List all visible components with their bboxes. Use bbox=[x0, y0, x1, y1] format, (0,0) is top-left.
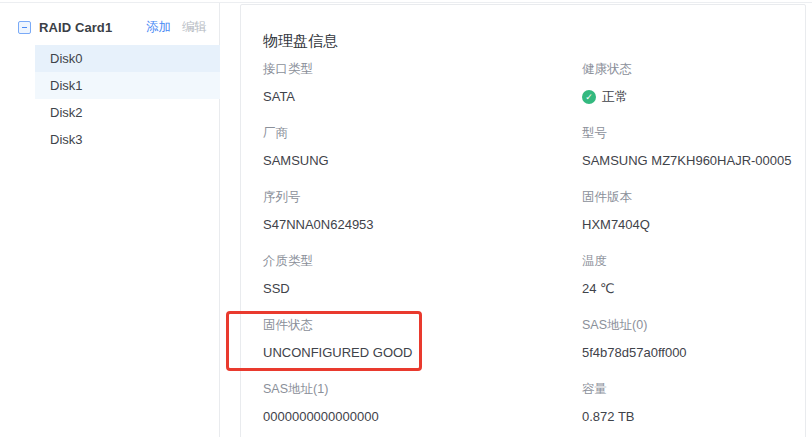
field-sas-address-0: SAS地址(0) 5f4b78d57a0ff000 bbox=[582, 318, 805, 360]
field-label: 接口类型 bbox=[263, 62, 582, 77]
field-value: SSD bbox=[263, 281, 582, 296]
field-value: UNCONFIGURED GOOD bbox=[263, 345, 582, 360]
field-value: S47NNA0N624953 bbox=[263, 217, 582, 232]
field-label: 介质类型 bbox=[263, 254, 582, 269]
field-value: HXM7404Q bbox=[582, 217, 805, 232]
check-circle-icon: ✓ bbox=[582, 90, 596, 104]
field-value: 24 ℃ bbox=[582, 281, 805, 296]
add-link[interactable]: 添加 bbox=[146, 19, 171, 36]
field-label: 固件状态 bbox=[263, 318, 582, 333]
sidebar-item-disk1[interactable]: Disk1 bbox=[35, 72, 220, 99]
field-value: 0000000000000000 bbox=[263, 409, 582, 424]
field-capacity: 容量 0.872 TB bbox=[582, 382, 805, 424]
field-interface-type: 接口类型 SATA bbox=[263, 62, 582, 104]
field-value: SAMSUNG MZ7KH960HAJR-00005 bbox=[582, 153, 805, 168]
tree-actions: 添加 编辑 bbox=[146, 19, 207, 36]
field-label: 容量 bbox=[582, 382, 805, 397]
field-label: 型号 bbox=[582, 126, 805, 141]
raid-card-label[interactable]: RAID Card1 bbox=[39, 20, 112, 35]
edit-link[interactable]: 编辑 bbox=[182, 19, 207, 36]
field-label: SAS地址(0) bbox=[582, 318, 805, 333]
field-sas-address-1: SAS地址(1) 0000000000000000 bbox=[263, 382, 582, 424]
field-label: SAS地址(1) bbox=[263, 382, 582, 397]
page-title: 物理盘信息 bbox=[263, 31, 805, 51]
raid-tree-sidebar: RAID Card1 添加 编辑 Disk0 Disk1 Disk2 Disk3 bbox=[0, 3, 220, 437]
field-label: 厂商 bbox=[263, 126, 582, 141]
field-label: 温度 bbox=[582, 254, 805, 269]
field-temperature: 温度 24 ℃ bbox=[582, 254, 805, 296]
physical-disk-info-card: 物理盘信息 接口类型 SATA 健康状态 ✓ 正常 厂商 SAMSUNG 型号 … bbox=[240, 4, 806, 437]
tree-node-raid-card1[interactable]: RAID Card1 添加 编辑 bbox=[0, 14, 219, 40]
field-value: SATA bbox=[263, 89, 582, 104]
physical-disk-page: RAID Card1 添加 编辑 Disk0 Disk1 Disk2 Disk3… bbox=[0, 0, 812, 437]
field-value: SAMSUNG bbox=[263, 153, 582, 168]
field-value: ✓ 正常 bbox=[582, 89, 805, 104]
field-media-type: 介质类型 SSD bbox=[263, 254, 582, 296]
sidebar-item-disk2[interactable]: Disk2 bbox=[35, 99, 220, 126]
field-firmware-state: 固件状态 UNCONFIGURED GOOD bbox=[263, 318, 582, 360]
sidebar-item-disk3[interactable]: Disk3 bbox=[35, 126, 220, 153]
field-value: 5f4b78d57a0ff000 bbox=[582, 345, 805, 360]
field-serial-number: 序列号 S47NNA0N624953 bbox=[263, 190, 582, 232]
sidebar-item-disk0[interactable]: Disk0 bbox=[35, 45, 220, 72]
disk-list: Disk0 Disk1 Disk2 Disk3 bbox=[0, 45, 219, 153]
collapse-minus-icon[interactable] bbox=[18, 21, 31, 34]
field-value: 0.872 TB bbox=[582, 409, 805, 424]
field-label: 健康状态 bbox=[582, 62, 805, 77]
field-label: 固件版本 bbox=[582, 190, 805, 205]
field-model: 型号 SAMSUNG MZ7KH960HAJR-00005 bbox=[582, 126, 805, 168]
field-health-status: 健康状态 ✓ 正常 bbox=[582, 62, 805, 104]
field-vendor: 厂商 SAMSUNG bbox=[263, 126, 582, 168]
field-grid: 接口类型 SATA 健康状态 ✓ 正常 厂商 SAMSUNG 型号 SAMSUN… bbox=[263, 62, 805, 424]
field-label: 序列号 bbox=[263, 190, 582, 205]
health-status-text: 正常 bbox=[602, 89, 628, 104]
field-firmware-version: 固件版本 HXM7404Q bbox=[582, 190, 805, 232]
